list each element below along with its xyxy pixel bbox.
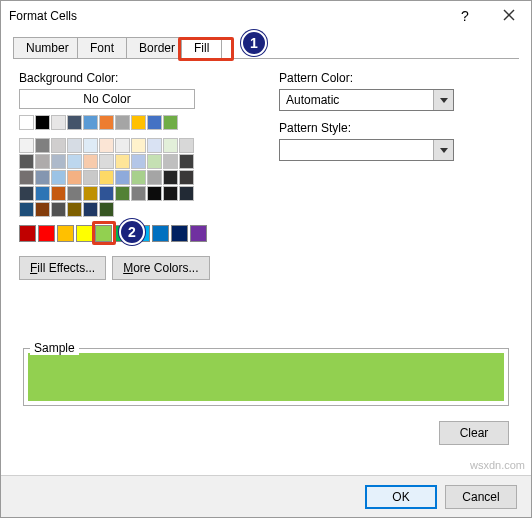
- color-swatch[interactable]: [163, 138, 178, 153]
- color-swatch[interactable]: [19, 115, 34, 130]
- tab-fill[interactable]: Fill: [181, 37, 222, 59]
- standard-color-swatch[interactable]: [95, 225, 112, 242]
- color-swatch[interactable]: [67, 138, 82, 153]
- standard-color-swatch[interactable]: [57, 225, 74, 242]
- help-button[interactable]: ?: [443, 1, 487, 31]
- color-swatch[interactable]: [115, 170, 130, 185]
- fill-effects-button[interactable]: Fill Effects...: [19, 256, 106, 280]
- color-swatch[interactable]: [99, 186, 114, 201]
- titlebar: Format Cells ?: [1, 1, 531, 31]
- color-swatch[interactable]: [51, 138, 66, 153]
- standard-color-swatch[interactable]: [114, 225, 131, 242]
- tab-number[interactable]: Number: [13, 37, 82, 59]
- standard-color-swatch[interactable]: [76, 225, 93, 242]
- color-swatch[interactable]: [35, 202, 50, 217]
- standard-color-swatch[interactable]: [133, 225, 150, 242]
- color-swatch[interactable]: [83, 202, 98, 217]
- close-icon: [503, 9, 515, 21]
- color-swatch[interactable]: [99, 154, 114, 169]
- pattern-color-combo[interactable]: Automatic: [279, 89, 454, 111]
- color-swatch[interactable]: [147, 154, 162, 169]
- color-swatch[interactable]: [83, 138, 98, 153]
- pattern-color-value: Automatic: [280, 93, 433, 107]
- color-swatch[interactable]: [99, 115, 114, 130]
- right-pane: Pattern Color: Automatic Pattern Style:: [279, 71, 513, 280]
- color-swatch[interactable]: [35, 138, 50, 153]
- color-swatch[interactable]: [131, 186, 146, 201]
- color-swatch[interactable]: [35, 154, 50, 169]
- color-swatch[interactable]: [179, 138, 194, 153]
- color-swatch[interactable]: [131, 170, 146, 185]
- color-swatch[interactable]: [51, 186, 66, 201]
- color-swatch[interactable]: [67, 115, 82, 130]
- color-swatch[interactable]: [35, 115, 50, 130]
- sample-box: Sample: [23, 348, 509, 406]
- color-swatch[interactable]: [51, 115, 66, 130]
- color-swatch[interactable]: [67, 202, 82, 217]
- color-swatch[interactable]: [83, 115, 98, 130]
- cancel-button[interactable]: Cancel: [445, 485, 517, 509]
- color-swatch[interactable]: [131, 115, 146, 130]
- color-swatch[interactable]: [99, 202, 114, 217]
- standard-color-swatch[interactable]: [171, 225, 188, 242]
- color-swatch[interactable]: [115, 115, 130, 130]
- color-swatch[interactable]: [35, 170, 50, 185]
- clear-button[interactable]: Clear: [439, 421, 509, 445]
- sample-group: Sample: [23, 346, 509, 406]
- chevron-down-icon: [433, 90, 453, 110]
- color-swatch[interactable]: [51, 170, 66, 185]
- color-swatch[interactable]: [163, 170, 178, 185]
- color-swatch[interactable]: [147, 186, 162, 201]
- color-swatch[interactable]: [179, 186, 194, 201]
- color-swatch[interactable]: [179, 170, 194, 185]
- theme-colors-row: [19, 115, 204, 130]
- color-swatch[interactable]: [147, 170, 162, 185]
- no-color-button[interactable]: No Color: [19, 89, 195, 109]
- color-swatch[interactable]: [115, 154, 130, 169]
- pattern-style-combo[interactable]: [279, 139, 454, 161]
- left-pane: Background Color: No Color 2 Fill Effect…: [19, 71, 239, 280]
- color-swatch[interactable]: [83, 154, 98, 169]
- standard-color-swatch[interactable]: [152, 225, 169, 242]
- format-cells-dialog: Format Cells ? Number Font Border Fill 1…: [0, 0, 532, 518]
- tab-border[interactable]: Border: [126, 37, 188, 59]
- color-swatch[interactable]: [19, 202, 34, 217]
- color-swatch[interactable]: [163, 115, 178, 130]
- dialog-title: Format Cells: [9, 9, 443, 23]
- color-swatch[interactable]: [131, 138, 146, 153]
- color-swatch[interactable]: [179, 154, 194, 169]
- color-swatch[interactable]: [19, 170, 34, 185]
- standard-color-swatch[interactable]: [190, 225, 207, 242]
- color-swatch[interactable]: [19, 186, 34, 201]
- tab-font[interactable]: Font: [77, 37, 127, 59]
- close-button[interactable]: [487, 1, 531, 31]
- ok-button[interactable]: OK: [365, 485, 437, 509]
- color-swatch[interactable]: [19, 154, 34, 169]
- color-swatch[interactable]: [115, 138, 130, 153]
- color-swatch[interactable]: [99, 138, 114, 153]
- color-swatch[interactable]: [147, 115, 162, 130]
- color-swatch[interactable]: [99, 170, 114, 185]
- color-swatch[interactable]: [147, 138, 162, 153]
- standard-color-swatch[interactable]: [38, 225, 55, 242]
- pattern-style-label: Pattern Style:: [279, 121, 513, 135]
- color-swatch[interactable]: [163, 154, 178, 169]
- footer: OK Cancel: [1, 475, 531, 517]
- color-swatch[interactable]: [115, 186, 130, 201]
- color-swatch[interactable]: [19, 138, 34, 153]
- color-swatch[interactable]: [67, 170, 82, 185]
- chevron-down-icon: [433, 140, 453, 160]
- color-swatch[interactable]: [83, 186, 98, 201]
- color-swatch[interactable]: [83, 170, 98, 185]
- color-swatch[interactable]: [51, 154, 66, 169]
- color-swatch[interactable]: [67, 154, 82, 169]
- color-swatch[interactable]: [35, 186, 50, 201]
- standard-colors-row: 2: [19, 225, 239, 242]
- color-swatch[interactable]: [131, 154, 146, 169]
- color-swatch[interactable]: [163, 186, 178, 201]
- standard-color-swatch[interactable]: [19, 225, 36, 242]
- sample-fill: [28, 353, 504, 401]
- color-swatch[interactable]: [51, 202, 66, 217]
- color-swatch[interactable]: [67, 186, 82, 201]
- more-colors-button[interactable]: More Colors...: [112, 256, 209, 280]
